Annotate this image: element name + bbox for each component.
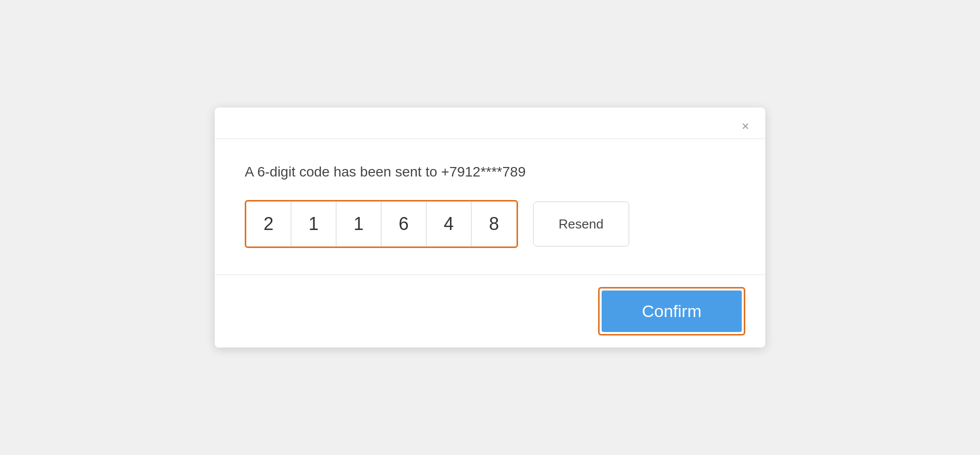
dialog-body: A 6-digit code has been sent to +7912***… — [215, 139, 765, 274]
verification-dialog: × A 6-digit code has been sent to +7912*… — [215, 108, 765, 348]
verification-message: A 6-digit code has been sent to +7912***… — [245, 164, 735, 180]
code-digit-1[interactable] — [246, 202, 291, 246]
code-digit-4[interactable] — [381, 202, 426, 246]
code-digit-3[interactable] — [336, 202, 381, 246]
confirm-button-wrapper: Confirm — [598, 287, 745, 336]
resend-button[interactable]: Resend — [533, 202, 629, 246]
code-row: Resend — [245, 200, 735, 248]
code-digit-5[interactable] — [426, 202, 471, 246]
dialog-footer: Confirm — [215, 275, 765, 348]
dialog-header: × — [215, 108, 765, 134]
code-digit-2[interactable] — [291, 202, 336, 246]
confirm-button[interactable]: Confirm — [602, 290, 742, 332]
code-inputs-wrapper — [245, 200, 518, 248]
code-digit-6[interactable] — [471, 202, 517, 246]
close-button[interactable]: × — [738, 118, 753, 134]
